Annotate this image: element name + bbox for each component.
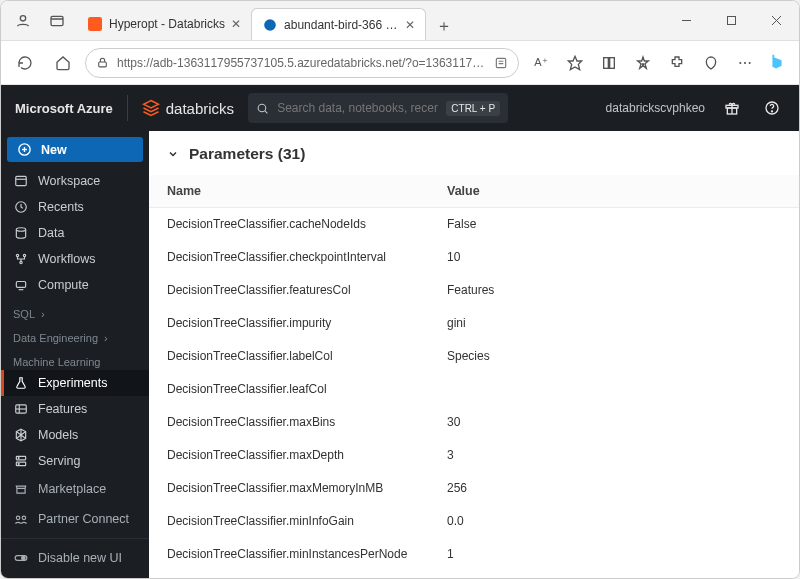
svg-rect-14 [604,57,609,68]
sidebar-item-marketplace[interactable]: Marketplace [1,474,149,504]
table-row[interactable]: DecisionTreeClassifier.minInstancesPerNo… [149,538,799,571]
profile-icon[interactable] [7,5,39,37]
browser-window: Hyperopt - Databricks ✕ abundant-bird-36… [0,0,800,579]
svg-point-19 [739,61,741,63]
tab-overview-icon[interactable] [41,5,73,37]
svg-point-36 [16,228,25,232]
new-tab-button[interactable]: ＋ [430,12,458,40]
extensions-icon[interactable] [661,47,693,79]
bing-chat-icon[interactable] [763,49,791,77]
tab0-close-icon[interactable]: ✕ [231,17,241,31]
sidebar-item-recents[interactable]: Recents [1,194,149,220]
close-button[interactable] [754,6,799,36]
sidebar-item-workflows[interactable]: Workflows [1,246,149,272]
sidebar-label: Features [38,402,87,416]
svg-rect-15 [610,57,615,68]
performance-icon[interactable] [695,47,727,79]
table-row[interactable]: DecisionTreeClassifier.checkpointInterva… [149,241,799,274]
table-row[interactable]: DecisionTreeClassifier.maxDepth3 [149,439,799,472]
param-name: DecisionTreeClassifier.maxMemoryInMB [149,472,429,505]
param-name: DecisionTreeClassifier.minWeightFraction… [149,571,429,579]
col-value-header[interactable]: Value [429,175,799,208]
help-icon[interactable] [759,95,785,121]
param-value [429,373,799,406]
svg-rect-33 [16,176,27,185]
search-input[interactable] [277,101,438,115]
browser-tab-0[interactable]: Hyperopt - Databricks ✕ [77,8,251,40]
table-row[interactable]: DecisionTreeClassifier.minInfoGain0.0 [149,505,799,538]
minimize-button[interactable] [664,6,709,36]
reader-icon[interactable] [494,56,508,70]
collections-icon[interactable] [593,47,625,79]
sidebar-label: Workflows [38,252,95,266]
sidebar-item-feedback[interactable]: Provide feedback [1,573,149,578]
chevron-right-icon: › [41,308,45,320]
svg-point-29 [771,111,772,112]
more-icon[interactable] [729,47,761,79]
param-value: Features [429,274,799,307]
address-bar[interactable]: https://adb-1363117955737105.5.azuredata… [85,48,519,78]
sidebar-item-data[interactable]: Data [1,220,149,246]
titlebar: Hyperopt - Databricks ✕ abundant-bird-36… [1,1,799,41]
tab1-close-icon[interactable]: ✕ [405,18,415,32]
workflows-icon [13,252,29,266]
read-aloud-icon[interactable]: A⁺ [525,47,557,79]
sidebar-item-partner[interactable]: Partner Connect [1,504,149,534]
databricks-logo[interactable]: databricks [142,99,234,117]
favorites-bar-icon[interactable] [627,47,659,79]
content[interactable]: Parameters (31) Name Value DecisionTreeC… [149,131,799,578]
sidebar-item-compute[interactable]: Compute [1,272,149,298]
toggle-icon [13,551,29,565]
new-button[interactable]: New [7,137,143,162]
sidebar-item-disable-ui[interactable]: Disable new UI [1,543,149,573]
svg-rect-9 [99,62,107,67]
lock-icon [96,56,109,69]
table-row[interactable]: DecisionTreeClassifier.minWeightFraction… [149,571,799,579]
param-value: 256 [429,472,799,505]
table-row[interactable]: DecisionTreeClassifier.cacheNodeIdsFalse [149,208,799,241]
sidebar-section-sql[interactable]: SQL › [1,298,149,322]
table-row[interactable]: DecisionTreeClassifier.maxBins30 [149,406,799,439]
search-icon [256,102,269,115]
col-name-header[interactable]: Name [149,175,429,208]
sidebar-bottom: Marketplace Partner Connect Disable new … [1,474,149,578]
param-value: 10 [429,241,799,274]
favorite-icon[interactable] [559,47,591,79]
sidebar-section-de[interactable]: Data Engineering › [1,322,149,346]
sidebar-item-features[interactable]: Features [1,396,149,422]
maximize-button[interactable] [709,6,754,36]
search-box[interactable]: CTRL + P [248,93,508,123]
parameters-header[interactable]: Parameters (31) [149,131,799,175]
table-row[interactable]: DecisionTreeClassifier.labelColSpecies [149,340,799,373]
divider [127,95,128,121]
browser-tab-1[interactable]: abundant-bird-366 - MLflow Run ✕ [251,8,426,40]
param-name: DecisionTreeClassifier.maxBins [149,406,429,439]
section-label: SQL [13,308,35,320]
sidebar-label: Models [38,428,78,442]
sidebar-item-serving[interactable]: Serving [1,448,149,474]
sidebar-label: Workspace [38,174,100,188]
table-row[interactable]: DecisionTreeClassifier.featuresColFeatur… [149,274,799,307]
param-name: DecisionTreeClassifier.minInstancesPerNo… [149,538,429,571]
param-name: DecisionTreeClassifier.minInfoGain [149,505,429,538]
table-row[interactable]: DecisionTreeClassifier.leafCol [149,373,799,406]
workspace-name[interactable]: databrickscvphkeo [606,101,705,115]
table-row[interactable]: DecisionTreeClassifier.maxMemoryInMB256 [149,472,799,505]
svg-point-52 [22,556,25,560]
sidebar-label: Marketplace [38,482,106,496]
search-shortcut: CTRL + P [446,101,500,116]
main: New Workspace Recents Data Workflows Com… [1,131,799,578]
window-controls [664,6,799,36]
param-name: DecisionTreeClassifier.leafCol [149,373,429,406]
sidebar-item-workspace[interactable]: Workspace [1,168,149,194]
tab0-favicon [87,16,103,32]
sidebar-item-models[interactable]: Models [1,422,149,448]
features-icon [13,402,29,416]
gift-icon[interactable] [719,95,745,121]
table-row[interactable]: DecisionTreeClassifier.impuritygini [149,307,799,340]
partner-icon [13,512,29,526]
sidebar-item-experiments[interactable]: Experiments [1,370,149,396]
refresh-button[interactable] [9,47,41,79]
home-button[interactable] [47,47,79,79]
param-name: DecisionTreeClassifier.impurity [149,307,429,340]
